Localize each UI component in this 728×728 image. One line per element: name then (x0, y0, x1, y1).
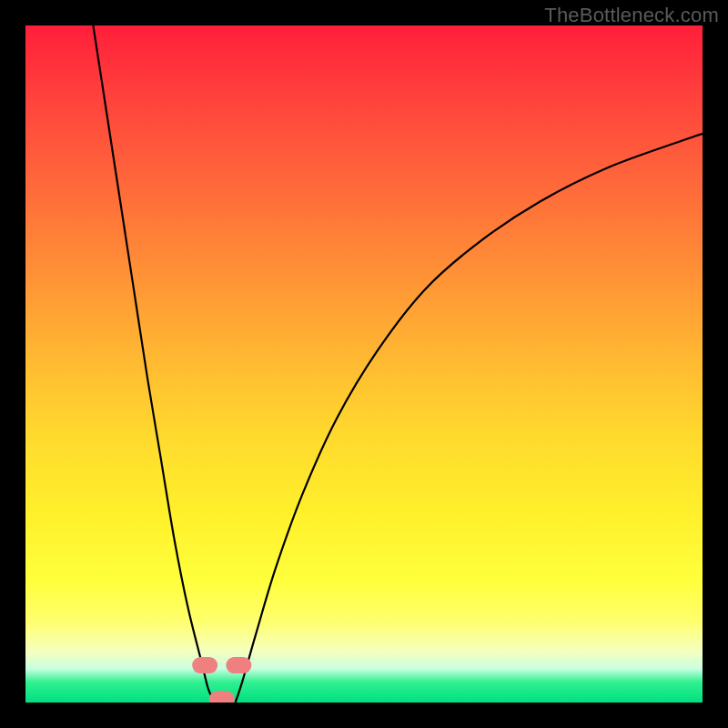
marker-bottom-blob (209, 691, 235, 703)
plot-area (25, 25, 703, 703)
watermark-text: TheBottleneck.com (544, 4, 719, 27)
marker-right-blob (226, 657, 251, 673)
curve-right-branch (236, 134, 703, 703)
marker-left-blob (192, 657, 217, 673)
curve-left-branch (93, 25, 215, 703)
chart-frame: TheBottleneck.com (0, 0, 728, 728)
chart-svg (25, 25, 703, 703)
